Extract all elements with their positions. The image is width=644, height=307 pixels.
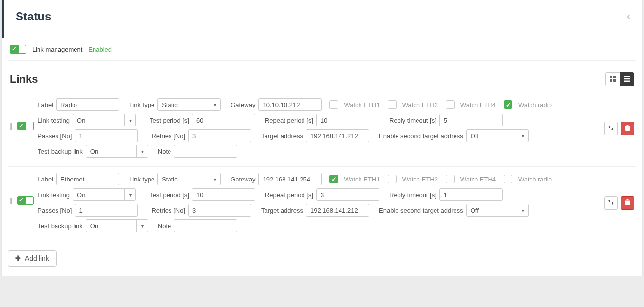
link-testing-select[interactable] (73, 114, 136, 126)
drag-handle-icon[interactable]: || (10, 197, 11, 204)
link-row: || Label Link type ▾ Gateway (8, 92, 636, 166)
arrows-icon (608, 199, 614, 207)
test-period-input[interactable] (192, 114, 255, 126)
drag-handle-icon[interactable]: || (10, 122, 11, 130)
watch-eth1-label: Watch ETH1 (344, 101, 379, 108)
gateway-input[interactable] (258, 98, 322, 111)
watch-eth1-checkbox[interactable]: ✓ (329, 175, 338, 183)
label-input[interactable] (56, 98, 119, 111)
passes-input[interactable] (75, 129, 138, 142)
delete-button[interactable] (621, 122, 634, 135)
test-backup-link-label: Test backup link (38, 222, 83, 230)
add-link-button[interactable]: ✚ Add link (8, 250, 57, 267)
gateway-label: Gateway (230, 101, 255, 108)
repeat-period-input[interactable] (316, 114, 379, 126)
watch-eth1-label: Watch ETH1 (344, 176, 379, 183)
reply-timeout-label: Reply timeout [s] (389, 191, 436, 199)
svg-rect-3 (613, 79, 616, 82)
reorder-button[interactable] (604, 122, 618, 135)
link-management-row: Link management Enabled (8, 38, 636, 61)
delete-button[interactable] (621, 196, 634, 210)
label-label: Label (38, 101, 53, 108)
svg-rect-1 (613, 76, 616, 78)
svg-rect-2 (610, 79, 612, 82)
link-enable-toggle[interactable] (17, 196, 34, 205)
trash-icon (625, 125, 630, 132)
link-testing-select[interactable] (73, 188, 136, 201)
repeat-period-label: Repeat period [s] (265, 191, 313, 199)
link-row: || Label Link type ▾ Gateway (8, 166, 636, 241)
link-enable-toggle[interactable] (17, 122, 34, 130)
watch-eth2-checkbox[interactable] (388, 175, 397, 183)
trash-icon (625, 199, 630, 207)
gateway-label: Gateway (230, 176, 255, 183)
view-mode-switch (605, 72, 634, 86)
svg-rect-0 (610, 76, 612, 78)
svg-rect-4 (624, 76, 630, 77)
enable-second-target-select[interactable] (466, 129, 529, 142)
note-input[interactable] (174, 219, 237, 232)
label-label: Label (38, 176, 53, 183)
test-period-input[interactable] (192, 188, 255, 201)
links-title: Links (10, 73, 38, 86)
view-list-button[interactable] (620, 72, 634, 86)
link-testing-label: Link testing (38, 117, 70, 124)
status-panel: Status ‹ Link management Enabled Links (2, 0, 642, 276)
view-grid-button[interactable] (605, 72, 620, 86)
watch-eth2-checkbox[interactable] (388, 100, 397, 109)
page-title: Status (16, 10, 51, 23)
label-input[interactable] (56, 173, 119, 185)
watch-eth2-label: Watch ETH2 (402, 101, 438, 108)
watch-radio-label: Watch radio (518, 101, 552, 108)
link-testing-label: Link testing (38, 191, 70, 199)
link-management-label: Link management (32, 46, 82, 53)
gateway-input[interactable] (258, 173, 322, 185)
watch-eth4-checkbox[interactable] (446, 100, 455, 109)
target-address-input[interactable] (306, 129, 369, 142)
link-type-label: Link type (129, 176, 154, 183)
passes-label: Passes [No] (38, 207, 72, 214)
plus-icon: ✚ (15, 254, 21, 262)
watch-radio-checkbox[interactable] (504, 175, 512, 183)
reply-timeout-input[interactable] (439, 114, 503, 126)
link-type-label: Link type (129, 101, 154, 108)
watch-eth4-checkbox[interactable] (446, 175, 455, 183)
panel-header: Status ‹ (2, 0, 642, 38)
watch-eth4-label: Watch ETH4 (460, 101, 496, 108)
enable-second-target-label: Enable second target address (379, 207, 463, 214)
link-type-select[interactable] (157, 98, 221, 111)
test-backup-link-select[interactable] (86, 219, 148, 232)
watch-radio-checkbox[interactable]: ✓ (504, 100, 512, 109)
reply-timeout-input[interactable] (439, 188, 503, 201)
grid-icon (610, 75, 616, 83)
note-label: Note (158, 148, 171, 155)
link-management-toggle[interactable] (10, 45, 26, 54)
note-input[interactable] (174, 145, 237, 158)
passes-input[interactable] (75, 204, 138, 217)
list-icon (624, 75, 630, 83)
test-period-label: Test period [s] (150, 117, 189, 124)
link-type-select[interactable] (157, 173, 221, 185)
retries-input[interactable] (188, 204, 251, 217)
retries-label: Retries [No] (152, 207, 185, 214)
retries-label: Retries [No] (152, 132, 185, 140)
arrows-icon (608, 125, 614, 132)
target-address-input[interactable] (306, 204, 369, 217)
chevron-left-icon[interactable]: ‹ (627, 10, 630, 23)
repeat-period-label: Repeat period [s] (265, 117, 313, 124)
watch-eth1-checkbox[interactable] (329, 100, 338, 109)
watch-eth2-label: Watch ETH2 (402, 176, 438, 183)
svg-rect-6 (624, 81, 630, 82)
target-address-label: Target address (261, 207, 303, 214)
test-backup-link-select[interactable] (86, 145, 148, 158)
repeat-period-input[interactable] (316, 188, 379, 201)
enable-second-target-label: Enable second target address (379, 132, 463, 140)
retries-input[interactable] (188, 129, 251, 142)
note-label: Note (158, 222, 171, 230)
watch-radio-label: Watch radio (518, 176, 552, 183)
reorder-button[interactable] (604, 196, 618, 210)
link-management-status: Enabled (88, 46, 112, 53)
enable-second-target-select[interactable] (466, 204, 529, 217)
reply-timeout-label: Reply timeout [s] (389, 117, 436, 124)
watch-eth4-label: Watch ETH4 (460, 176, 496, 183)
